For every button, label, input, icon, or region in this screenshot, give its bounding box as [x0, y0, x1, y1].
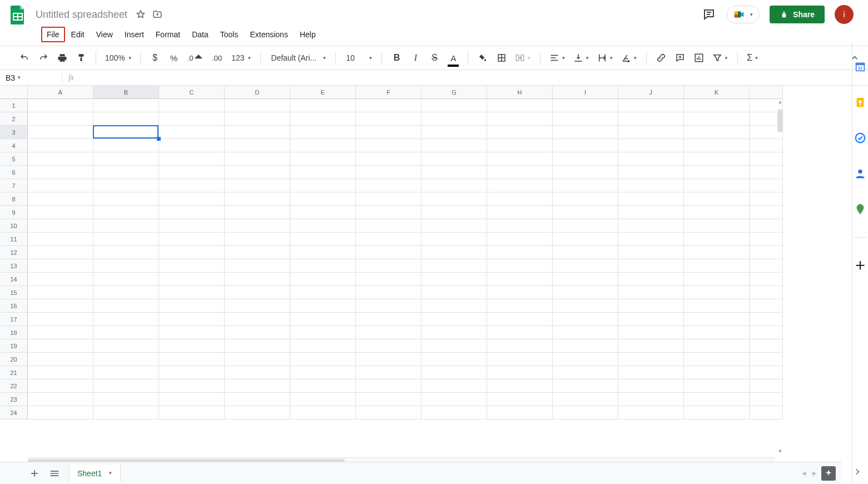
- cell[interactable]: [28, 192, 93, 206]
- cell[interactable]: [487, 259, 553, 273]
- cell[interactable]: [487, 313, 553, 326]
- cell[interactable]: [421, 286, 487, 299]
- cell[interactable]: [421, 313, 487, 326]
- add-sheet-button[interactable]: [24, 463, 44, 483]
- cell[interactable]: [356, 206, 421, 219]
- cell[interactable]: [28, 112, 93, 126]
- cell[interactable]: [487, 393, 553, 406]
- cell[interactable]: [421, 233, 487, 246]
- cell[interactable]: [421, 299, 487, 313]
- decrease-decimal-button[interactable]: .0: [185, 50, 206, 66]
- cell[interactable]: [159, 179, 225, 192]
- cell[interactable]: [225, 152, 290, 166]
- cell[interactable]: [553, 233, 618, 246]
- cell[interactable]: [553, 166, 618, 179]
- row-header[interactable]: 9: [0, 206, 28, 219]
- sheets-logo-icon[interactable]: [7, 3, 29, 26]
- cell[interactable]: [225, 313, 290, 326]
- cell[interactable]: [225, 206, 290, 219]
- menu-tools[interactable]: Tools: [215, 27, 244, 42]
- print-button[interactable]: [54, 50, 70, 66]
- cell[interactable]: [618, 99, 684, 112]
- text-color-button[interactable]: A: [445, 50, 461, 66]
- cell[interactable]: [487, 192, 553, 206]
- cell[interactable]: [28, 179, 93, 192]
- insert-chart-button[interactable]: [691, 50, 707, 66]
- cell[interactable]: [356, 393, 421, 406]
- cell[interactable]: [553, 286, 618, 299]
- cell[interactable]: [159, 313, 225, 326]
- cell[interactable]: [618, 206, 684, 219]
- horizontal-align-button[interactable]: ▼: [547, 50, 568, 66]
- cell[interactable]: [225, 246, 290, 259]
- cell[interactable]: [618, 339, 684, 353]
- cell[interactable]: [28, 353, 93, 366]
- row-header[interactable]: 17: [0, 313, 28, 326]
- cell[interactable]: [28, 139, 93, 152]
- cell[interactable]: [356, 126, 421, 139]
- cell[interactable]: [93, 326, 159, 339]
- cell[interactable]: [553, 339, 618, 353]
- cell[interactable]: [290, 112, 356, 126]
- calendar-icon[interactable]: 31: [852, 59, 868, 75]
- fill-color-button[interactable]: [475, 50, 490, 66]
- cell[interactable]: [421, 192, 487, 206]
- cell[interactable]: [487, 353, 553, 366]
- cell[interactable]: [553, 152, 618, 166]
- cell[interactable]: [356, 259, 421, 273]
- column-header[interactable]: [750, 86, 783, 99]
- row-header[interactable]: 20: [0, 353, 28, 366]
- cell[interactable]: [159, 233, 225, 246]
- cell[interactable]: [93, 313, 159, 326]
- cell[interactable]: [290, 326, 356, 339]
- cell[interactable]: [553, 393, 618, 406]
- cell[interactable]: [290, 99, 356, 112]
- cell[interactable]: [225, 286, 290, 299]
- cell[interactable]: [487, 299, 553, 313]
- cell[interactable]: [93, 339, 159, 353]
- row-header[interactable]: 5: [0, 152, 28, 166]
- cell[interactable]: [28, 313, 93, 326]
- cell[interactable]: [487, 379, 553, 393]
- cell[interactable]: [93, 192, 159, 206]
- cell[interactable]: [225, 406, 290, 419]
- cell[interactable]: [93, 366, 159, 379]
- cell[interactable]: [553, 246, 618, 259]
- cell[interactable]: [684, 299, 750, 313]
- cell[interactable]: [421, 206, 487, 219]
- cell[interactable]: [618, 126, 684, 139]
- cell[interactable]: [421, 406, 487, 419]
- cell[interactable]: [225, 139, 290, 152]
- cell[interactable]: [290, 246, 356, 259]
- cell[interactable]: [159, 326, 225, 339]
- row-header[interactable]: 22: [0, 379, 28, 393]
- cell[interactable]: [225, 233, 290, 246]
- cell[interactable]: [159, 339, 225, 353]
- cell[interactable]: [290, 393, 356, 406]
- cell[interactable]: [487, 99, 553, 112]
- cell[interactable]: [618, 139, 684, 152]
- comment-history-icon[interactable]: [701, 7, 717, 22]
- text-rotation-button[interactable]: ▼: [619, 50, 639, 66]
- cell[interactable]: [618, 406, 684, 419]
- cell[interactable]: [28, 206, 93, 219]
- cell[interactable]: [159, 299, 225, 313]
- cell[interactable]: [487, 246, 553, 259]
- row-header[interactable]: 4: [0, 139, 28, 152]
- cell[interactable]: [28, 233, 93, 246]
- row-header[interactable]: 6: [0, 166, 28, 179]
- meet-button[interactable]: ▼: [727, 6, 760, 23]
- cell[interactable]: [159, 273, 225, 286]
- sheet-tab-active[interactable]: Sheet1 ▼: [69, 465, 121, 482]
- cell[interactable]: [684, 246, 750, 259]
- row-header[interactable]: 2: [0, 112, 28, 126]
- cell[interactable]: [684, 313, 750, 326]
- cell[interactable]: [28, 126, 93, 139]
- cell[interactable]: [225, 219, 290, 233]
- tab-scroll-left-icon[interactable]: ◄: [800, 469, 807, 477]
- column-header[interactable]: F: [356, 86, 421, 99]
- paint-format-button[interactable]: [73, 50, 89, 66]
- format-currency-button[interactable]: $: [147, 50, 163, 66]
- cell[interactable]: [93, 233, 159, 246]
- row-header[interactable]: 15: [0, 286, 28, 299]
